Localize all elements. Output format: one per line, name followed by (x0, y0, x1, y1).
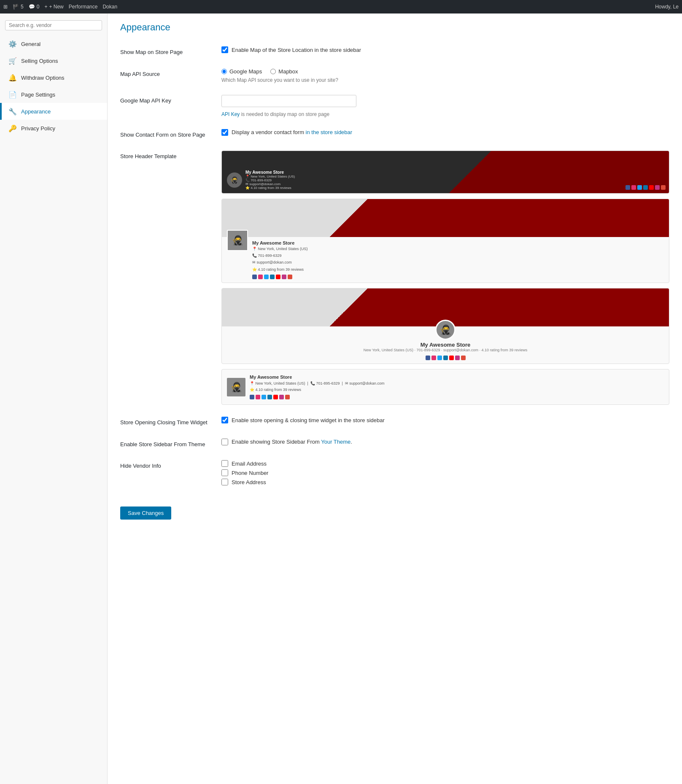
template-4-card[interactable]: 🥷 My Awesome Store 📍 New York, United St… (221, 369, 669, 405)
template3-sub: New York, United States (US) · 701-899-6… (364, 348, 527, 352)
opening-closing-row: Store Opening Closing Time Widget Enable… (120, 417, 669, 427)
store-sidebar-label: Enable Store Sidebar From Theme (120, 439, 213, 449)
performance-label: Performance (69, 4, 98, 10)
template1-social (625, 185, 666, 190)
template2-social (252, 275, 308, 279)
hide-vendor-info-control: Email Address Phone Number Store Address (221, 460, 669, 488)
sidebar-label-selling-options: Selling Options (21, 58, 58, 64)
map-api-source-label: Map API Source (120, 68, 213, 78)
sidebar: ⚙️ General 🛒 Selling Options 🔔 Withdraw … (0, 13, 108, 784)
new-item[interactable]: + + New (44, 4, 63, 10)
email-address-label[interactable]: Email Address (232, 461, 267, 467)
contact-form-label: Show Contact Form on Store Page (120, 129, 213, 139)
template4-rating: ⭐ 4.10 rating from 39 reviews (250, 387, 384, 393)
show-map-checkbox-row: Enable Map of the Store Location in the … (221, 46, 669, 53)
phone-number-label[interactable]: Phone Number (232, 470, 268, 476)
opening-closing-checkbox[interactable] (221, 417, 228, 423)
template2-rating: ⭐ 4.10 rating from 39 reviews (252, 266, 308, 273)
api-key-link[interactable]: API Key (221, 111, 240, 117)
radio-google-maps: Google Maps (221, 68, 262, 75)
template-3-card[interactable]: 🥷 My Awesome Store New York, United Stat… (221, 288, 669, 364)
show-map-control: Enable Map of the Store Location in the … (221, 46, 669, 56)
template2-store-name: My Awesome Store (252, 240, 308, 245)
dokan-item[interactable]: Dokan (102, 4, 117, 10)
store-sidebar-checkbox[interactable] (221, 439, 228, 445)
store-sidebar-highlight: Your Theme (321, 439, 350, 445)
sidebar-item-page-settings[interactable]: 📄 Page Settings (0, 86, 107, 103)
show-map-checkbox-label[interactable]: Enable Map of the Store Location in the … (232, 47, 361, 53)
opening-closing-checkbox-label[interactable]: Enable store opening & closing time widg… (232, 417, 385, 423)
template1-store-name: My Awesome Store (245, 170, 295, 175)
page-icon: 📄 (8, 90, 17, 99)
new-label: + New (49, 4, 63, 10)
template1-email: ✉ support@dokan.com (245, 182, 295, 186)
template4-location: 📍 New York, United States (US) | 📞 701-8… (250, 380, 384, 387)
admin-bar: ⊞ 🏴 5 💬 0 + + New Performance Dokan Howd… (0, 0, 682, 13)
save-changes-button[interactable]: Save Changes (120, 507, 171, 520)
store-header-template-label: Store Header Template (120, 151, 213, 161)
mapbox-radio[interactable] (270, 69, 276, 74)
google-maps-radio[interactable] (221, 69, 227, 74)
sidebar-label-withdraw-options: Withdraw Options (21, 75, 65, 81)
google-maps-label[interactable]: Google Maps (229, 68, 262, 75)
hide-vendor-info-label: Hide Vendor Info (120, 460, 213, 470)
social-li-icon (643, 185, 648, 190)
google-map-api-key-input[interactable] (221, 95, 356, 107)
template-1-card[interactable]: ✓ Active 🥷 My Awesome Store 📍 New York, … (221, 151, 669, 194)
sidebar-search-container (0, 17, 107, 34)
template2-bottom: 🥷 My Awesome Store 📍 New York, United St… (222, 237, 669, 283)
appearance-icon: 🔧 (8, 107, 17, 116)
template2-phone: 📞 701-899-6329 (252, 252, 308, 259)
comments-item[interactable]: 💬 0 (29, 4, 40, 10)
performance-item[interactable]: Performance (69, 4, 98, 10)
template2-banner (222, 199, 669, 237)
store-sidebar-checkbox-label[interactable]: Enable showing Store Sidebar From Your T… (232, 439, 352, 445)
store-address-checkbox[interactable] (221, 479, 228, 485)
show-map-checkbox[interactable] (221, 46, 228, 53)
store-address-label[interactable]: Store Address (232, 479, 266, 485)
wp-logo-icon: ⊞ (3, 4, 8, 10)
contact-form-checkbox-label[interactable]: Display a vendor contact form in the sto… (232, 129, 352, 135)
social-pi-icon (655, 185, 660, 190)
store-sidebar-checkbox-row: Enable showing Store Sidebar From Your T… (221, 439, 669, 445)
template3-social (426, 356, 466, 360)
sidebar-item-general[interactable]: ⚙️ General (0, 35, 107, 52)
show-map-label: Show Map on Store Page (120, 46, 213, 57)
hide-vendor-info-row: Hide Vendor Info Email Address Phone Num… (120, 460, 669, 488)
template1-avatar: 🥷 (227, 172, 242, 188)
sidebar-item-withdraw-options[interactable]: 🔔 Withdraw Options (0, 69, 107, 86)
template2-info: 📍 New York, United States (US) 📞 701-899… (252, 245, 308, 273)
template3-avatar: 🥷 (435, 320, 456, 340)
wp-logo-item[interactable]: ⊞ (3, 4, 8, 10)
template4-avatar: 🥷 (227, 378, 245, 396)
template3-store-name: My Awesome Store (421, 342, 471, 348)
store-sidebar-row: Enable Store Sidebar From Theme Enable s… (120, 439, 669, 449)
sidebar-item-selling-options[interactable]: 🛒 Selling Options (0, 52, 107, 69)
map-api-help: Which Map API source you want to use in … (221, 77, 669, 83)
sidebar-item-privacy-policy[interactable]: 🔑 Privacy Policy (0, 120, 107, 137)
template-2-card[interactable]: 🥷 My Awesome Store 📍 New York, United St… (221, 199, 669, 283)
mapbox-label[interactable]: Mapbox (278, 68, 298, 75)
template2-email: ✉ support@dokan.com (252, 259, 308, 266)
phone-number-checkbox[interactable] (221, 469, 228, 476)
search-input[interactable] (5, 20, 102, 30)
template1-rating: ⭐ 4.10 rating from 39 reviews (245, 186, 295, 190)
template4-content: 🥷 My Awesome Store 📍 New York, United St… (222, 369, 669, 405)
howdy-item[interactable]: Howdy, Le (655, 4, 679, 10)
store-header-template-row: Store Header Template ✓ Active 🥷 (120, 151, 669, 405)
template4-info: 📍 New York, United States (US) | 📞 701-8… (250, 380, 384, 393)
contact-form-highlight: in the store sidebar (306, 129, 353, 135)
social-yt-icon (649, 185, 654, 190)
template2-location: 📍 New York, United States (US) (252, 245, 308, 252)
sidebar-item-appearance[interactable]: 🔧 Appearance (0, 103, 107, 120)
flag-icon: 🏴 (13, 4, 19, 10)
map-api-radio-row: Google Maps Mapbox (221, 68, 669, 75)
template4-store-name: My Awesome Store (250, 374, 384, 380)
notifications-item[interactable]: 🏴 5 (13, 4, 24, 10)
email-address-checkbox[interactable] (221, 460, 228, 467)
plus-icon: + (44, 4, 47, 10)
contact-form-checkbox[interactable] (221, 129, 228, 136)
social-fb-icon (625, 185, 630, 190)
map-api-source-row: Map API Source Google Maps Mapbox Which … (120, 68, 669, 83)
page-title: Appearance (120, 22, 669, 36)
